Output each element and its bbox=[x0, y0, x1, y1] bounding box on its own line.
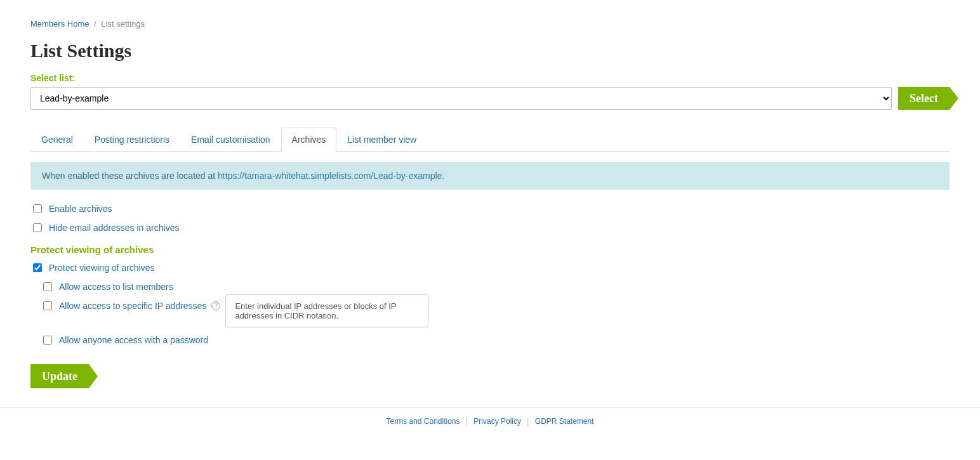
footer: Terms and Conditions | Privacy Policy | … bbox=[0, 407, 980, 451]
allow-members-checkbox[interactable] bbox=[43, 282, 52, 291]
tab-posting-restrictions[interactable]: Posting restrictions bbox=[84, 128, 180, 152]
footer-gdpr-link[interactable]: GDPR Statement bbox=[535, 417, 594, 426]
breadcrumb: Members Home / List settings bbox=[30, 19, 950, 29]
archives-info-suffix: . bbox=[442, 171, 444, 181]
hide-email-checkbox[interactable] bbox=[33, 223, 42, 232]
ip-tooltip: Enter individual IP addresses or blocks … bbox=[225, 294, 428, 327]
breadcrumb-separator: / bbox=[94, 19, 96, 29]
update-button[interactable]: Update bbox=[30, 364, 89, 388]
select-button[interactable]: Select bbox=[898, 87, 950, 110]
footer-terms-link[interactable]: Terms and Conditions bbox=[386, 417, 460, 426]
allow-password-label[interactable]: Allow anyone access with a password bbox=[59, 335, 208, 345]
footer-divider: | bbox=[527, 417, 529, 426]
archives-info-prefix: When enabled these archives are located … bbox=[42, 171, 218, 181]
protect-viewing-heading: Protect viewing of archives bbox=[30, 244, 950, 255]
allow-password-checkbox[interactable] bbox=[43, 336, 52, 345]
tab-archives[interactable]: Archives bbox=[281, 128, 337, 152]
tab-list-member-view[interactable]: List member view bbox=[336, 128, 427, 152]
protect-viewing-checkbox[interactable] bbox=[33, 263, 42, 272]
footer-divider: | bbox=[466, 417, 468, 426]
tab-email-customisation[interactable]: Email customisation bbox=[180, 128, 281, 152]
allow-members-label[interactable]: Allow access to list members bbox=[59, 282, 173, 292]
tab-general[interactable]: General bbox=[30, 128, 84, 152]
help-icon[interactable]: ? bbox=[211, 301, 220, 310]
enable-archives-checkbox[interactable] bbox=[33, 204, 42, 213]
select-list-label: Select list: bbox=[30, 73, 950, 83]
tabs: General Posting restrictions Email custo… bbox=[30, 128, 950, 152]
protect-viewing-label[interactable]: Protect viewing of archives bbox=[49, 263, 155, 273]
breadcrumb-home-link[interactable]: Members Home bbox=[30, 19, 89, 29]
allow-ip-label[interactable]: Allow access to specific IP addresses bbox=[59, 301, 206, 311]
enable-archives-label[interactable]: Enable archives bbox=[49, 204, 112, 214]
archives-info-box: When enabled these archives are located … bbox=[30, 162, 950, 190]
list-select[interactable]: Lead-by-example bbox=[30, 87, 892, 110]
footer-privacy-link[interactable]: Privacy Policy bbox=[473, 417, 521, 426]
page-title: List Settings bbox=[30, 40, 950, 62]
hide-email-label[interactable]: Hide email addresses in archives bbox=[49, 223, 179, 233]
allow-ip-checkbox[interactable] bbox=[43, 301, 52, 310]
breadcrumb-current: List settings bbox=[101, 19, 145, 29]
archives-url-link[interactable]: https://tamara-whitehat.simplelists.com/… bbox=[218, 171, 442, 181]
